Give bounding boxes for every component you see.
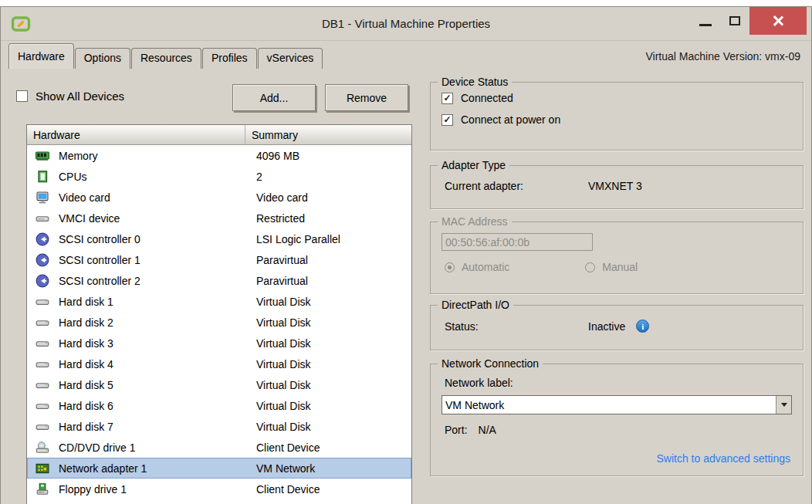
device-name: CD/DVD drive 1 xyxy=(59,441,256,454)
connect-at-power-on-checkbox[interactable] xyxy=(442,114,453,126)
table-row[interactable]: SCSI controller 1Paravirtual xyxy=(27,249,411,270)
directpath-group: DirectPath I/O Status: Inactive i xyxy=(430,305,804,350)
table-row[interactable]: Hard disk 1Virtual Disk xyxy=(27,291,411,312)
connected-label: Connected xyxy=(461,92,513,104)
tab-hardware[interactable]: Hardware xyxy=(8,43,74,69)
hard-disk-icon xyxy=(36,295,51,309)
show-all-devices-row: Show All Devices xyxy=(16,90,124,103)
device-summary: Virtual Disk xyxy=(256,379,411,391)
port-label: Port: xyxy=(445,424,468,436)
device-name: SCSI controller 2 xyxy=(59,275,256,287)
device-name: Hard disk 2 xyxy=(59,316,256,329)
device-name: VMCI device xyxy=(59,212,256,225)
connect-at-power-on-label: Connect at power on xyxy=(461,113,560,126)
table-row[interactable]: Floppy drive 1Client Device xyxy=(27,479,411,499)
show-all-devices-label: Show All Devices xyxy=(36,90,124,103)
mac-address-field: 00:50:56:af:00:0b xyxy=(442,233,593,251)
table-row[interactable]: VMCI deviceRestricted xyxy=(27,208,411,228)
device-name: Hard disk 5 xyxy=(59,379,256,391)
dropdown-button[interactable] xyxy=(776,396,791,414)
tab-resources[interactable]: Resources xyxy=(131,48,201,69)
title-bar[interactable]: DB1 - Virtual Machine Properties xyxy=(1,7,811,41)
adapter-type-title: Adapter Type xyxy=(438,159,509,171)
memory-icon xyxy=(36,149,51,163)
table-row[interactable]: Hard disk 2Virtual Disk xyxy=(27,312,411,333)
device-status-group: Device Status Connected Connect at power… xyxy=(430,82,804,151)
hard-disk-icon xyxy=(36,378,51,392)
switch-to-advanced-settings-link[interactable]: Switch to advanced settings xyxy=(656,452,790,465)
automatic-label: Automatic xyxy=(462,261,509,273)
connected-checkbox[interactable] xyxy=(442,93,453,104)
show-all-devices-checkbox[interactable] xyxy=(16,90,28,102)
tab-vservices[interactable]: vServices xyxy=(258,48,323,69)
maximize-button[interactable] xyxy=(720,7,749,35)
device-name: Network adapter 1 xyxy=(59,462,256,475)
network-connection-group: Network Connection Network label: VM Net… xyxy=(430,364,804,476)
table-row[interactable]: Hard disk 4Virtual Disk xyxy=(27,353,411,374)
manual-label: Manual xyxy=(602,261,638,273)
floppy-drive-icon xyxy=(36,482,51,496)
device-summary: Paravirtual xyxy=(256,254,411,266)
device-status-title: Device Status xyxy=(438,76,512,88)
directpath-status-value: Inactive xyxy=(588,320,625,333)
scsi-controller-icon xyxy=(36,232,51,246)
device-name: SCSI controller 0 xyxy=(59,233,256,245)
table-row[interactable]: Video cardVideo card xyxy=(27,187,411,208)
table-row[interactable]: SCSI controller 2Paravirtual xyxy=(27,270,411,291)
directpath-status-label: Status: xyxy=(445,320,588,333)
hard-disk-icon xyxy=(36,399,51,413)
remove-button[interactable]: Remove xyxy=(325,84,408,111)
tab-profiles[interactable]: Profiles xyxy=(202,48,257,69)
info-icon[interactable]: i xyxy=(636,320,649,333)
device-summary: Client Device xyxy=(256,483,411,496)
table-row[interactable]: Hard disk 5Virtual Disk xyxy=(27,374,411,395)
table-row[interactable]: CPUs2 xyxy=(27,166,411,187)
hard-disk-icon xyxy=(36,337,51,350)
column-header-summary[interactable]: Summary xyxy=(245,129,411,141)
network-label-selected-value: VM Network xyxy=(442,399,776,411)
mac-address-title: MAC Address xyxy=(438,215,512,228)
table-row[interactable]: Network adapter 1VM Network xyxy=(27,458,411,479)
table-row[interactable]: Hard disk 7Virtual Disk xyxy=(27,416,411,437)
device-name: Hard disk 3 xyxy=(59,337,256,350)
table-row[interactable]: Hard disk 6Virtual Disk xyxy=(27,395,411,416)
network-connection-title: Network Connection xyxy=(438,357,543,370)
vm-properties-dialog: DB1 - Virtual Machine Properties Hardwar… xyxy=(0,6,812,504)
tab-options[interactable]: Options xyxy=(75,48,130,69)
chevron-down-icon xyxy=(781,403,787,407)
hardware-list-header: Hardware Summary xyxy=(27,125,411,145)
cpu-icon xyxy=(36,170,51,184)
network-adapter-icon xyxy=(36,462,51,475)
current-adapter-label: Current adapter: xyxy=(445,180,588,192)
device-summary: Restricted xyxy=(256,212,411,225)
table-row[interactable]: SCSI controller 0LSI Logic Parallel xyxy=(27,228,411,249)
device-summary: Virtual Disk xyxy=(256,400,411,412)
hardware-list: Hardware Summary Memory4096 MBCPUs2Video… xyxy=(26,124,412,504)
scsi-controller-icon xyxy=(36,274,51,288)
add-button[interactable]: Add... xyxy=(232,84,316,111)
scsi-controller-icon xyxy=(36,253,51,267)
adapter-type-group: Adapter Type Current adapter: VMXNET 3 xyxy=(430,165,804,209)
device-summary: Virtual Disk xyxy=(256,421,411,433)
close-button[interactable] xyxy=(749,7,807,35)
minimize-icon xyxy=(699,24,712,26)
device-summary: Paravirtual xyxy=(256,275,411,287)
column-header-hardware[interactable]: Hardware xyxy=(27,125,245,144)
vmci-device-icon xyxy=(36,211,51,225)
table-row[interactable]: Memory4096 MB xyxy=(27,145,411,166)
device-summary: Virtual Disk xyxy=(256,296,411,308)
table-row[interactable]: CD/DVD drive 1Client Device xyxy=(27,437,411,458)
directpath-title: DirectPath I/O xyxy=(438,299,513,311)
device-name: CPUs xyxy=(59,171,256,183)
port-value: N/A xyxy=(479,424,496,436)
video-card-icon xyxy=(36,191,51,205)
device-name: Hard disk 6 xyxy=(59,400,256,412)
network-label-dropdown[interactable]: VM Network xyxy=(442,395,792,414)
maximize-icon xyxy=(729,16,740,25)
manual-radio xyxy=(585,262,595,272)
automatic-radio xyxy=(445,262,455,272)
device-summary: Virtual Disk xyxy=(256,358,411,370)
table-row[interactable]: Hard disk 3Virtual Disk xyxy=(27,333,411,353)
minimize-button[interactable] xyxy=(691,7,720,35)
cd-dvd-drive-icon xyxy=(36,441,51,455)
